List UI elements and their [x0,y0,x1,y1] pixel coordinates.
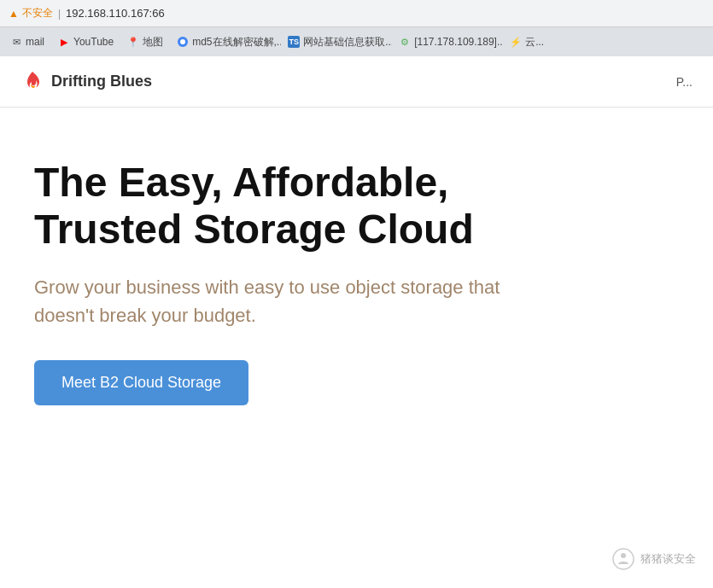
hero-subtext: Grow your business with easy to use obje… [34,273,512,329]
address-bar-divider: | [58,8,61,20]
watermark-text: 猪猪谈安全 [640,551,696,567]
warning-icon: ▲ [9,8,19,20]
site-header: Drifting Blues P... [0,56,713,108]
svg-point-3 [621,553,626,558]
address-bar[interactable]: ▲ 不安全 | 192.168.110.167:66 [0,0,713,27]
watermark-icon [611,547,635,571]
tab-ts-label: 网站基础信息获取... [303,35,392,49]
header-right: P... [676,75,693,89]
hero-section: The Easy, Affordable, Trusted Storage Cl… [0,108,598,440]
watermark: 猪猪谈安全 [611,547,696,571]
ts-favicon-icon: TS [288,36,300,48]
tab-ip[interactable]: ⚙ [117.178.109.189]... [392,30,503,54]
ip-favicon-icon: ⚙ [399,36,411,48]
insecure-label: 不安全 [22,6,53,20]
logo-flame-icon [20,70,44,94]
site-logo: Drifting Blues [20,70,152,94]
tab-z[interactable]: ⚡ 云... [503,30,551,54]
tab-mail-label: mail [26,36,44,48]
tab-ip-label: [117.178.109.189]... [414,36,503,48]
tab-maps[interactable]: 📍 地图 [120,30,170,54]
tab-md5[interactable]: md5在线解密破解,... [170,30,281,54]
url-text: 192.168.110.167:66 [66,7,165,20]
hero-headline: The Easy, Affordable, Trusted Storage Cl… [34,159,564,253]
tab-ts[interactable]: TS 网站基础信息获取... [281,30,392,54]
tab-md5-label: md5在线解密破解,... [192,35,281,49]
tab-maps-label: 地图 [143,35,163,49]
svg-point-1 [180,39,185,44]
z-favicon-icon: ⚡ [510,36,522,48]
youtube-favicon-icon: ▶ [58,36,70,48]
tab-youtube[interactable]: ▶ YouTube [51,30,120,54]
page-content: Drifting Blues P... The Easy, Affordable… [0,56,713,440]
tab-mail[interactable]: ✉ mail [3,30,51,54]
cta-button[interactable]: Meet B2 Cloud Storage [34,360,248,405]
tab-z-label: 云... [525,35,544,49]
tab-youtube-label: YouTube [73,36,114,48]
logo-text: Drifting Blues [51,73,152,90]
mail-favicon-icon: ✉ [10,36,22,48]
browser-chrome: ▲ 不安全 | 192.168.110.167:66 ✉ mail ▶ YouT… [0,0,713,56]
tabs-bar: ✉ mail ▶ YouTube 📍 地图 md5在线解密破解,... [0,27,713,56]
md5-favicon-icon [177,36,189,48]
maps-favicon-icon: 📍 [127,36,139,48]
svg-point-2 [613,549,634,569]
